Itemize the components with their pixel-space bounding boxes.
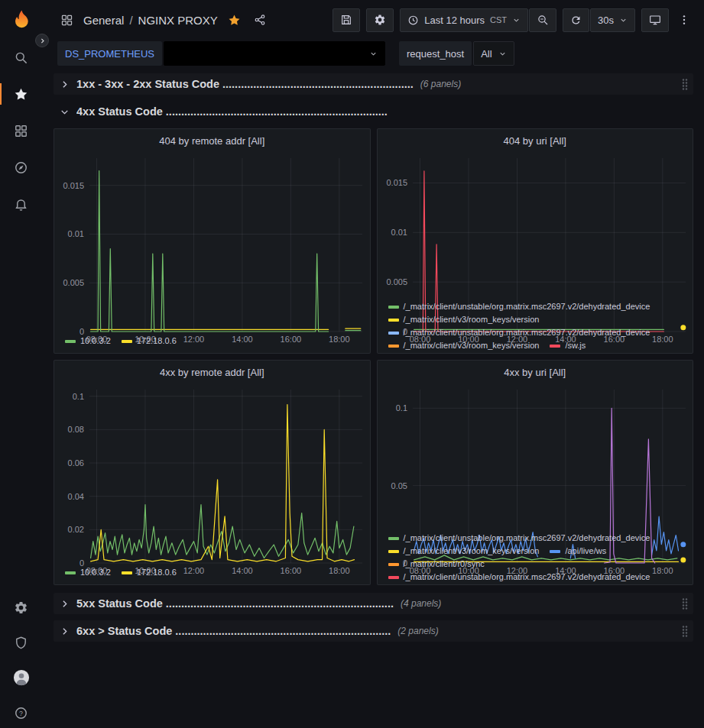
variable-datasource: DS_PROMETHEUS — [57, 41, 385, 66]
tv-mode-button[interactable] — [641, 8, 669, 32]
dashboard-row-6xx[interactable]: 6xx > Status Code ......................… — [54, 620, 693, 642]
sidebar-expand-button[interactable] — [35, 34, 49, 47]
row-panel-count: (4 panels) — [401, 598, 441, 609]
legend-item[interactable]: /api/live/ws — [550, 545, 606, 557]
dashboard-settings-button[interactable] — [366, 8, 394, 32]
sidebar-item-help[interactable]: ? — [0, 705, 42, 720]
legend-label: /_matrix/client/v3/room_keys/version — [404, 314, 540, 325]
legend-swatch — [65, 571, 76, 574]
datasource-value-dropdown[interactable] — [164, 41, 385, 66]
svg-text:0.1: 0.1 — [73, 392, 84, 401]
dashboard-row-5xx[interactable]: 5xx Status Code ........................… — [54, 593, 693, 614]
panel-title: 404 by remote addr [All] — [159, 135, 264, 147]
sidebar-item-explore[interactable] — [0, 160, 42, 175]
share-button[interactable] — [251, 11, 269, 29]
svg-text:0.04: 0.04 — [68, 492, 84, 501]
search-icon — [14, 50, 28, 65]
star-icon — [228, 14, 241, 27]
legend-label: 172.18.0.6 — [137, 335, 177, 347]
legend-swatch — [388, 576, 399, 579]
legend-label: /_matrix/client/v3/room_keys/version — [404, 545, 540, 557]
legend-item[interactable]: /_matrix/client/unstable/org.matrix.msc2… — [388, 327, 650, 338]
row-title: 6xx > Status Code ......................… — [76, 625, 391, 637]
legend-item[interactable]: /_matrix/client/v3/room_keys/version — [388, 545, 540, 557]
panel-title-bar[interactable]: 4xx by uri [All] — [378, 361, 693, 383]
dashboard-row-1xx-3xx-2xx[interactable]: 1xx - 3xx - 2xx Status Code ............… — [54, 73, 693, 95]
chart-4xx-by-remote-addr[interactable]: 08:0010:0012:0014:0016:0018:0000.020.040… — [54, 383, 370, 565]
zoom-out-button[interactable] — [529, 8, 556, 32]
refresh-icon — [570, 15, 582, 26]
legend-item[interactable]: 10.0.3.2 — [65, 335, 111, 347]
sidebar-item-search[interactable] — [0, 50, 42, 65]
legend-swatch — [122, 340, 132, 343]
row-drag-handle[interactable] — [681, 625, 689, 637]
panel-title-bar[interactable]: 404 by uri [All] — [378, 129, 693, 152]
legend-item[interactable]: 172.18.0.6 — [122, 335, 177, 347]
legend-item[interactable]: 172.18.0.6 — [122, 567, 177, 578]
legend-item[interactable]: /_matrix/client/v3/room_keys/version — [388, 314, 540, 325]
row-drag-handle[interactable] — [681, 597, 689, 610]
sidebar-item-dashboards[interactable] — [0, 123, 42, 138]
legend-item[interactable]: 10.0.3.2 — [65, 567, 111, 578]
chevron-down-icon — [60, 107, 70, 117]
breadcrumb-section[interactable]: General — [83, 14, 124, 27]
legend-label: /_matrix/client/v3/room_keys/version — [404, 340, 540, 351]
panel-title-bar[interactable]: 4xx by remote addr [All] — [54, 361, 370, 383]
legend-swatch — [122, 571, 132, 574]
favorite-star-button[interactable] — [225, 11, 244, 30]
variable-label-datasource[interactable]: DS_PROMETHEUS — [57, 41, 162, 66]
row-drag-handle[interactable] — [681, 78, 689, 90]
chart-4xx-by-uri[interactable]: 08:0010:0012:0014:0016:0018:0000.050.1 — [378, 383, 693, 531]
legend-item[interactable]: /_matrix/client/r0/sync — [388, 558, 485, 570]
sidebar-item-starred[interactable] — [0, 86, 42, 102]
svg-text:0.05: 0.05 — [391, 481, 407, 490]
panel-title-bar[interactable]: 404 by remote addr [All] — [54, 129, 370, 152]
svg-text:0.01: 0.01 — [68, 229, 84, 238]
panel-404-by-remote-addr: 404 by remote addr [All] 08:0010:0012:00… — [54, 128, 371, 354]
kebab-menu-button[interactable] — [675, 11, 693, 29]
sidebar: ? — [0, 0, 42, 728]
sidebar-item-server-admin[interactable] — [0, 635, 42, 650]
legend-label: /_matrix/client/r0/sync — [404, 558, 485, 570]
save-icon — [340, 14, 352, 26]
sidebar-item-alerting[interactable] — [0, 196, 42, 212]
legend-swatch — [388, 537, 399, 540]
refresh-interval-picker[interactable]: 30s — [590, 8, 635, 32]
sidebar-item-profile[interactable] — [0, 670, 42, 685]
breadcrumb-title[interactable]: NGINX PROXY — [138, 14, 218, 27]
legend-label: /_matrix/client/unstable/org.matrix.msc2… — [404, 301, 650, 312]
legend-label: /_matrix/client/unstable/org.matrix.msc2… — [404, 532, 650, 544]
legend-item[interactable]: /sw.js — [550, 340, 586, 351]
variable-request-host: request_host All — [399, 41, 514, 66]
legend: /_matrix/client/unstable/org.matrix.msc2… — [378, 299, 693, 353]
grafana-logo[interactable] — [10, 8, 33, 31]
row-title: 4xx Status Code ........................… — [76, 105, 388, 118]
legend-swatch — [388, 332, 399, 335]
legend-swatch — [388, 550, 399, 553]
variable-label-request-host[interactable]: request_host — [399, 41, 472, 66]
apps-icon — [57, 11, 76, 30]
sidebar-nav — [0, 50, 42, 212]
legend: 10.0.3.2172.18.0.6 — [54, 565, 370, 584]
svg-text:0.02: 0.02 — [68, 525, 84, 534]
row-panel-count: (6 panels) — [420, 79, 461, 89]
chart-404-by-uri[interactable]: 08:0010:0012:0014:0016:0018:0000.0050.01… — [378, 152, 693, 299]
legend-item[interactable]: /_matrix/client/unstable/org.matrix.msc2… — [388, 532, 650, 544]
chart-404-by-remote-addr[interactable]: 08:0010:0012:0014:0016:0018:0000.0050.01… — [54, 152, 370, 334]
time-range-label: Last 12 hours — [424, 15, 485, 26]
time-range-picker[interactable]: Last 12 hours CST — [400, 8, 528, 32]
request-host-dropdown[interactable]: All — [473, 41, 514, 66]
sidebar-item-configuration[interactable] — [0, 600, 42, 615]
panel-4xx-by-remote-addr: 4xx by remote addr [All] 08:0010:0012:00… — [54, 360, 371, 585]
panel-4xx-by-uri: 4xx by uri [All] 08:0010:0012:0014:0016:… — [377, 360, 694, 585]
legend-item[interactable]: /_matrix/client/v3/room_keys/version — [388, 340, 540, 351]
dashboard-row-4xx[interactable]: 4xx Status Code ........................… — [54, 101, 693, 122]
legend-item[interactable]: /_matrix/client/unstable/org.matrix.msc2… — [388, 301, 650, 312]
chevron-right-icon — [60, 626, 70, 636]
kebab-icon — [678, 14, 690, 26]
save-dashboard-button[interactable] — [333, 8, 360, 32]
chevron-down-icon — [369, 50, 378, 58]
legend-item[interactable]: /_matrix/client/unstable/org.matrix.msc2… — [388, 571, 650, 583]
refresh-button[interactable] — [563, 8, 589, 32]
legend-label: 10.0.3.2 — [80, 335, 111, 347]
